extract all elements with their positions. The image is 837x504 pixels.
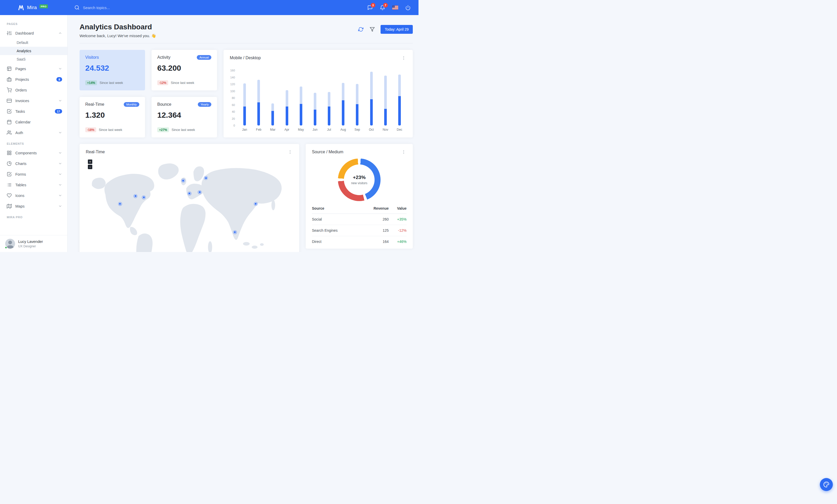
desktop-bar-segment xyxy=(398,75,401,96)
sidebar-item-tables[interactable]: Tables xyxy=(0,180,67,190)
sidebar-item-label: Maps xyxy=(15,204,55,208)
cell-revenue: 164 xyxy=(360,236,389,247)
sidebar-item-invoices[interactable]: Invoices xyxy=(0,95,67,106)
sidebar-item-pages[interactable]: Pages xyxy=(0,63,67,74)
mobile-bar-segment xyxy=(356,104,358,126)
mira-logo-icon xyxy=(18,4,24,11)
desktop-bar-segment xyxy=(342,83,344,100)
donut-center-value: +23% xyxy=(353,174,366,180)
x-axis-label: Oct xyxy=(369,128,374,132)
zoom-in-button[interactable]: + xyxy=(88,160,92,164)
more-vertical-icon xyxy=(401,56,406,60)
top-navbar: Mira PRO 3 7 xyxy=(0,0,418,15)
sidebar-item-forms[interactable]: Forms xyxy=(0,169,67,180)
heart-icon xyxy=(7,193,12,198)
chevron-down-icon xyxy=(58,172,62,176)
stat-value: 1.320 xyxy=(85,111,139,119)
sidebar-item-label: Tables xyxy=(15,183,55,187)
bar-column: Sep xyxy=(354,84,360,132)
x-axis-label: May xyxy=(298,128,304,132)
more-options-button[interactable] xyxy=(401,149,407,155)
notifications-button[interactable]: 7 xyxy=(380,5,385,11)
mobile-bar-segment xyxy=(328,107,331,126)
zoom-out-button[interactable]: − xyxy=(88,165,92,169)
filter-button[interactable] xyxy=(369,26,375,33)
language-flag-button[interactable] xyxy=(392,5,398,10)
stacked-bar xyxy=(257,80,260,126)
shopping-cart-icon xyxy=(7,88,12,93)
sidebar-item-components[interactable]: Components xyxy=(0,148,67,158)
logout-button[interactable] xyxy=(405,5,411,11)
stat-delta-badge: -12% xyxy=(157,80,168,85)
sliders-icon xyxy=(7,31,12,36)
bar-column: Dec xyxy=(396,75,403,132)
sidebar-item-orders[interactable]: Orders xyxy=(0,85,67,95)
realtime-map-card: Real-Time xyxy=(79,144,299,252)
sidebar-subitem-saas[interactable]: SaaS xyxy=(0,55,67,63)
layout-icon xyxy=(7,66,12,71)
sidebar-submenu: DefaultAnalyticsSaaS xyxy=(0,38,67,63)
map-marker xyxy=(142,195,146,200)
bar-column: May xyxy=(298,87,304,132)
brand[interactable]: Mira PRO xyxy=(0,4,68,11)
stats-grid: Visitors 24.532 +14% Since last week Act… xyxy=(79,50,413,137)
map-zoom-controls: + − xyxy=(88,160,92,169)
chevron-up-icon xyxy=(58,31,62,35)
bar-column: Jan xyxy=(241,83,248,132)
users-icon xyxy=(7,130,12,135)
sidebar-item-auth[interactable]: Auth xyxy=(0,127,67,138)
sidebar-user[interactable]: Lucy Lavender UX Designer xyxy=(0,235,67,252)
divider xyxy=(79,43,413,43)
map-marker xyxy=(133,194,138,198)
cell-source: Social xyxy=(312,214,360,225)
sidebar-item-projects[interactable]: Projects8 xyxy=(0,74,67,85)
x-axis-label: Aug xyxy=(340,128,346,132)
desktop-bar-segment xyxy=(314,93,316,110)
sidebar-item-dashboard[interactable]: Dashboard xyxy=(0,28,67,38)
stat-card-realtime: Real-Time Monthly 1.320 -18% Since last … xyxy=(79,97,145,137)
sidebar-item-icons[interactable]: Icons xyxy=(0,190,67,201)
page-subtitle: Welcome back, Lucy! We've missed you. 👋 xyxy=(79,34,156,38)
sidebar-item-calendar[interactable]: Calendar xyxy=(0,117,67,127)
refresh-button[interactable] xyxy=(358,26,364,33)
donut-center-label: new visitors xyxy=(351,181,368,185)
mobile-bar-segment xyxy=(271,111,274,126)
map-marker xyxy=(181,179,185,183)
user-name: Lucy Lavender xyxy=(18,240,43,244)
navbar-search xyxy=(74,5,367,10)
stacked-bar xyxy=(370,72,373,126)
desktop-bar-segment xyxy=(300,87,302,104)
sidebar-item-tasks[interactable]: Tasks17 xyxy=(0,106,67,117)
desktop-bar-segment xyxy=(243,83,246,107)
sidebar-item-label: Icons xyxy=(15,193,55,198)
calendar-icon xyxy=(7,119,12,125)
stat-delta-badge: +14% xyxy=(85,80,97,85)
search-input[interactable] xyxy=(83,5,156,10)
more-options-button[interactable] xyxy=(287,149,293,155)
bar-chart-y-axis: 160140120100806040200 xyxy=(230,70,237,126)
world-map: + − xyxy=(86,157,293,252)
mobile-bar-segment xyxy=(370,99,373,126)
stacked-bar xyxy=(243,83,246,126)
source-table-body: Social260+35%Search Engines125-12%Direct… xyxy=(312,214,407,247)
chevron-down-icon xyxy=(58,183,62,187)
sidebar-item-charts[interactable]: Charts xyxy=(0,158,67,169)
desktop-bar-segment xyxy=(271,104,274,111)
sidebar-item-maps[interactable]: Maps xyxy=(0,201,67,211)
messages-button[interactable]: 3 xyxy=(367,5,373,11)
mobile-bar-segment xyxy=(286,107,288,126)
sidebar-section-label: MIRA PRO xyxy=(0,211,67,221)
period-tag: Annual xyxy=(197,55,211,60)
sidebar-count-badge: 17 xyxy=(55,109,62,114)
more-options-button[interactable] xyxy=(401,55,407,61)
today-button[interactable]: Today: April 29 xyxy=(380,25,413,34)
stat-note: Since last week xyxy=(171,81,194,85)
desktop-bar-segment xyxy=(356,84,358,104)
cell-revenue: 260 xyxy=(360,214,389,225)
map-marker xyxy=(188,191,192,195)
column-header-source: Source xyxy=(312,203,360,214)
sidebar-subitem-analytics[interactable]: Analytics xyxy=(0,47,67,55)
sidebar-subitem-default[interactable]: Default xyxy=(0,38,67,47)
sidebar-item-label: Components xyxy=(15,151,55,155)
world-map-svg xyxy=(86,157,293,252)
